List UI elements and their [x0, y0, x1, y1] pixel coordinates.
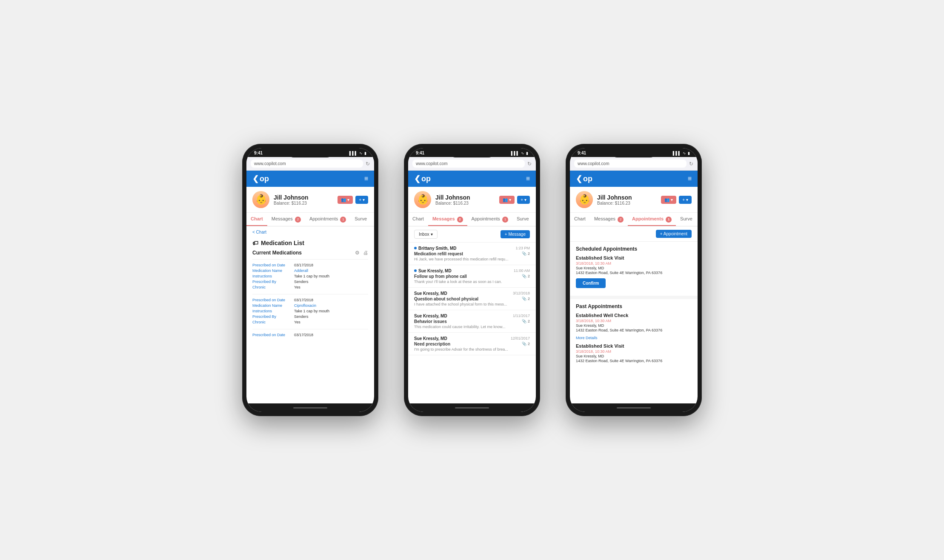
url-bar-3[interactable]: www.copilot.com	[574, 160, 687, 168]
content-3: + Appointment Scheduled Appointments Est…	[570, 226, 698, 404]
phone-3: 9:41 ▌▌▌ ∿ ▮ www.copilot.com ↻ ❮ op ≡	[566, 144, 702, 416]
new-message-button[interactable]: + Message	[501, 230, 530, 238]
patient-header-2: 👶 Jill Johnson Balance: $116.23 👥 ▾ + ▾	[408, 187, 536, 213]
tab-appointments-3[interactable]: Appointments 1	[628, 213, 676, 226]
med-value-prescribed-by-2: Senders	[294, 314, 309, 319]
refresh-button-3[interactable]: ↻	[689, 161, 693, 167]
patient-info-3: Jill Johnson Balance: $116.23	[597, 194, 657, 206]
tab-messages-3[interactable]: Messages 2	[590, 213, 628, 226]
medication-entry-1: Prescribed on Date 03/17/2018 Medication…	[252, 259, 368, 294]
group-button-2[interactable]: 👥 ▾	[499, 196, 515, 204]
med-value-prescribed-date-3: 03/17/2018	[294, 333, 313, 337]
refresh-button-1[interactable]: ↻	[366, 161, 370, 167]
avatar-3: 👶	[576, 191, 593, 208]
url-text-2: www.copilot.com	[416, 161, 447, 166]
msg-sender-3: Sue Kressly, MD	[414, 291, 447, 296]
tab-survey-3[interactable]: Surve	[676, 213, 697, 226]
msg-subject-text-5: Need prescription	[414, 342, 450, 346]
tab-messages-2[interactable]: Messages 2	[428, 213, 467, 226]
med-row-name-1: Medication Name Adderall	[252, 269, 368, 273]
confirm-button[interactable]: Confirm	[576, 278, 606, 288]
msg-sender-text-1: Brittany Smith, MD	[418, 246, 456, 251]
message-item-1[interactable]: Brittany Smith, MD 1:23 PM Medication re…	[408, 243, 536, 265]
group-button-3[interactable]: 👥 ▾	[661, 196, 676, 204]
messages-badge-3: 2	[618, 217, 624, 223]
scheduled-title: Scheduled Appointments	[576, 246, 692, 252]
msg-sender-2: Sue Kressly, MD	[414, 269, 452, 273]
logo-2: ❮ op	[414, 174, 431, 183]
msg-header-4: Sue Kressly, MD 1/11/2017	[414, 314, 530, 318]
wifi-icon-2: ∿	[521, 151, 524, 155]
med-section-title-1: Current Medications	[252, 250, 302, 256]
browser-bar-3: www.copilot.com ↻	[570, 157, 698, 171]
msg-header-1: Brittany Smith, MD 1:23 PM	[414, 246, 530, 251]
tab-survey-1[interactable]: Surve	[350, 213, 371, 226]
url-bar-2[interactable]: www.copilot.com	[412, 160, 525, 168]
tab-chart-1[interactable]: Chart	[246, 213, 267, 226]
add-button-2[interactable]: + ▾	[517, 196, 530, 204]
medication-section-1: Current Medications ⚙ 🖨 Prescribed on Da…	[246, 250, 374, 342]
breadcrumb-1[interactable]: < Chart	[246, 226, 374, 238]
msg-subject-text-1: Medication refill request	[414, 251, 463, 256]
past-appt-address-1: 1432 Easton Road, Suite 4E Warrington, P…	[576, 328, 692, 332]
past-appt-doctor-2: Sue Kressly, MD	[576, 354, 692, 358]
add-appointment-button[interactable]: + Appointment	[656, 230, 692, 238]
home-indicator-2	[408, 403, 536, 412]
past-title: Past Appointments	[576, 303, 692, 309]
url-text-1: www.copilot.com	[254, 161, 286, 166]
message-item-3[interactable]: Sue Kressly, MD 3/12/2018 Question about…	[408, 288, 536, 310]
med-row-instructions-1: Instructions Take 1 cap by mouth	[252, 274, 368, 278]
scheduled-appt-address-1: 1432 Easton Road, Suite 4E Warrington, P…	[576, 271, 692, 275]
msg-subject-5: Need prescription 📎 2	[414, 342, 530, 346]
filter-icon[interactable]: ⚙	[355, 250, 360, 256]
page-title-1: 🏷 Medication List	[246, 238, 374, 250]
inbox-button[interactable]: Inbox ▾	[414, 230, 438, 239]
message-item-5[interactable]: Sue Kressly, MD 12/01/2017 Need prescrip…	[408, 333, 536, 355]
hamburger-menu-3[interactable]: ≡	[688, 175, 692, 183]
msg-attachment-4: 📎 2	[522, 319, 530, 323]
med-label-name-2: Medication Name	[252, 303, 291, 308]
med-value-prescribed-date-1: 03/17/2018	[294, 263, 313, 267]
hamburger-menu-1[interactable]: ≡	[364, 175, 368, 183]
add-chevron-1: ▾	[363, 197, 365, 202]
group-button-1[interactable]: 👥 ▾	[338, 196, 353, 204]
hamburger-menu-2[interactable]: ≡	[526, 175, 530, 183]
refresh-button-2[interactable]: ↻	[527, 161, 532, 167]
past-appt-2: Established Sick Visit 3/18/2018, 10:30 …	[576, 343, 692, 363]
app-header-2: ❮ op ≡	[408, 171, 536, 187]
tab-appointments-2[interactable]: Appointments 1	[467, 213, 512, 226]
add-button-3[interactable]: + ▾	[679, 196, 692, 204]
tab-appointments-1[interactable]: Appointments 1	[305, 213, 350, 226]
page-title-text-1: Medication List	[261, 240, 304, 246]
past-appt-1: Established Well Check 3/18/2018, 10:30 …	[576, 313, 692, 340]
med-row-prescribed-date-1: Prescribed on Date 03/17/2018	[252, 263, 368, 267]
browser-bar-1: www.copilot.com ↻	[246, 157, 374, 171]
signal-icon-2: ▌▌▌	[511, 151, 519, 155]
message-item-2[interactable]: Sue Kressly, MD 11:00 AM Follow up from …	[408, 265, 536, 288]
patient-name-3: Jill Johnson	[597, 194, 657, 201]
group-icon: 👥	[341, 197, 346, 202]
add-button-1[interactable]: + ▾	[355, 196, 368, 204]
message-item-4[interactable]: Sue Kressly, MD 1/11/2017 Behavior issue…	[408, 310, 536, 333]
msg-header-3: Sue Kressly, MD 3/12/2018	[414, 291, 530, 296]
med-row-prescribed-date-3: Prescribed on Date 03/17/2018	[252, 333, 368, 337]
scheduled-appt-date-1: 3/18/2018, 10:30 AM	[576, 261, 692, 266]
msg-sender-text-5: Sue Kressly, MD	[414, 336, 447, 341]
more-details-link-1[interactable]: More Details	[576, 336, 692, 340]
tab-messages-1[interactable]: Messages 2	[267, 213, 305, 226]
tab-chart-2[interactable]: Chart	[408, 213, 428, 226]
tab-chart-3[interactable]: Chart	[570, 213, 590, 226]
nav-tabs-2: Chart Messages 2 Appointments 1 Surve	[408, 213, 536, 226]
med-label-chronic-2: Chronic	[252, 320, 291, 324]
med-value-name-2[interactable]: Ciprofloxacin	[294, 303, 316, 308]
print-icon[interactable]: 🖨	[363, 250, 368, 256]
status-icons-1: ▌▌▌ ∿ ▮	[349, 151, 366, 155]
url-bar-1[interactable]: www.copilot.com	[251, 160, 363, 168]
signal-icon: ▌▌▌	[349, 151, 358, 155]
avatar-image-2: 👶	[414, 191, 431, 208]
med-label-prescribed-date-3: Prescribed on Date	[252, 333, 291, 337]
logo-text-2: op	[421, 174, 431, 183]
med-value-name-1[interactable]: Adderall	[294, 269, 308, 273]
med-label-name-1: Medication Name	[252, 269, 291, 273]
tab-survey-2[interactable]: Surve	[512, 213, 533, 226]
